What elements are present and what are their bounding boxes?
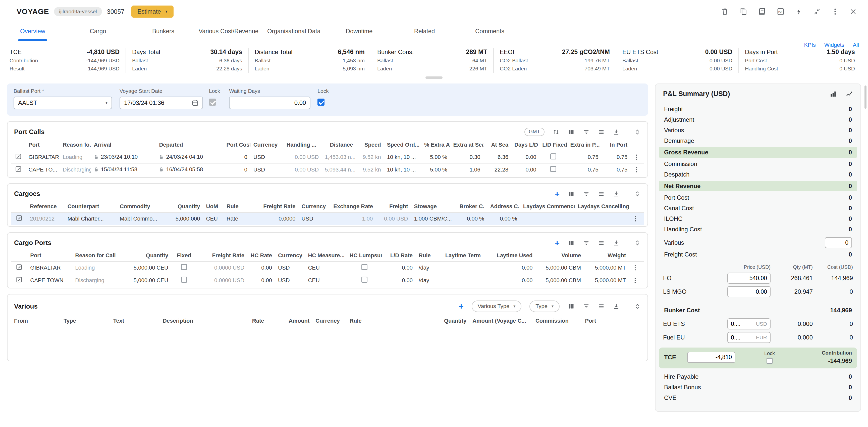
tab-cargo[interactable]: Cargo [65,23,131,41]
more-vertical-icon[interactable] [831,8,839,15]
menu-icon[interactable] [598,239,605,247]
cell-port[interactable]: CAPE TOWN [27,274,72,286]
link-kpis[interactable]: KPIs [804,42,816,48]
lock-waiting-checkbox[interactable] [317,98,324,106]
eu-ets-price-input[interactable]: USD [727,318,771,330]
edit-row-icon[interactable] [16,215,22,221]
cell-broker-commission[interactable]: 0.00 % [456,212,487,225]
cell-extra-in-port[interactable]: 0.75 [567,151,601,164]
waiting-days-input[interactable] [229,96,310,109]
cell-extra-at-sea[interactable]: 0.30 [450,151,484,164]
columns-icon[interactable] [568,303,575,310]
cell-laytime-term[interactable] [442,274,491,286]
download-icon[interactable] [613,190,620,197]
row-menu-icon[interactable] [632,277,641,284]
add-various-icon[interactable]: + [459,303,464,310]
cell-reason[interactable]: Discharging [72,274,122,286]
close-icon[interactable] [849,8,857,15]
cell-departed[interactable]: 24/03/24 04:10 [156,151,223,164]
various-type-filter[interactable]: Various Type▾ [472,301,521,312]
port-call-row[interactable]: CAPE TO... Discharging 15/04/24 11:58 16… [11,164,644,176]
edit-row-icon[interactable] [15,166,22,172]
fo-price-input[interactable] [727,273,771,284]
cell-extra-at-sea-pct[interactable]: 5.00 % [421,164,450,176]
link-widgets[interactable]: Widgets [824,42,844,48]
filter-icon[interactable] [583,129,590,136]
cell-commodity[interactable]: Mabl Commo... [117,212,167,225]
tce-input[interactable] [687,352,735,363]
tab-downtime[interactable]: Downtime [327,23,392,41]
row-menu-icon[interactable] [633,167,641,173]
edit-row-icon[interactable] [16,264,22,271]
cell-port-cost[interactable]: 0 [223,151,250,164]
cell-reason[interactable]: Discharging [60,164,91,176]
row-menu-icon[interactable] [633,154,641,161]
calendar-icon[interactable] [192,99,198,106]
add-cargo-port-icon[interactable]: + [555,239,560,247]
lsmgo-price-input[interactable] [727,286,771,297]
hc-lumpsum-checkbox[interactable] [362,264,367,270]
tab-related[interactable]: Related [392,23,457,41]
copy-icon[interactable] [739,7,747,16]
journal-icon[interactable] [758,7,766,16]
cell-ld-rate[interactable]: 0.00 [382,261,416,274]
cell-hc-rate[interactable]: 0.00 [247,274,275,286]
voyage-start-input[interactable] [120,96,203,109]
sort-icon[interactable] [553,129,560,136]
hc-lumpsum-checkbox[interactable] [362,277,367,283]
cell-port[interactable]: GIBRALTAR [26,151,60,164]
menu-icon[interactable] [598,303,605,310]
cell-departed[interactable]: 16/04/24 05:58 [156,164,223,176]
delete-icon[interactable] [721,7,729,16]
expand-icon[interactable] [634,190,641,197]
cell-port[interactable]: GIBRALTAR [27,261,72,274]
edit-row-icon[interactable] [15,153,22,160]
cell-reason[interactable]: Loading [72,261,122,274]
filter-icon[interactable] [583,190,590,197]
cell-uom[interactable]: CEU [203,212,223,225]
cell-ld-rate[interactable]: 0.00 [382,274,416,286]
cell-arrival[interactable]: 23/03/24 10:10 [91,151,156,164]
tab-overview[interactable]: Overview [0,23,65,41]
tab-comments[interactable]: Comments [457,23,522,41]
cell-currency[interactable]: USD [299,212,331,225]
cell-currency[interactable]: USD [250,151,284,164]
cell-reason[interactable]: Loading [60,151,91,164]
waiting-days-value[interactable] [234,99,306,106]
ld-fixed-checkbox[interactable] [550,153,556,160]
fuel-eu-price-input[interactable]: EUR [727,332,771,343]
fixed-checkbox[interactable] [181,264,187,270]
pnl-various-input[interactable] [825,237,852,248]
cargo-port-row[interactable]: CAPE TOWN Discharging 5,000.00 CEU 0.000… [11,274,644,286]
automation-icon[interactable] [795,8,803,15]
download-icon[interactable] [613,129,620,136]
cell-laydays-cancelling[interactable] [575,212,629,225]
filter-icon[interactable] [583,303,590,310]
kpi-drag-handle[interactable] [426,77,442,79]
cell-address-commission[interactable]: 0.00 % [487,212,520,225]
port-call-row[interactable]: GIBRALTAR Loading 23/03/24 10:10 24/03/2… [11,151,644,164]
lock-start-checkbox[interactable] [209,98,216,106]
pdf-export-icon[interactable] [777,7,785,16]
cargo-row[interactable]: 20190212 Mabl Charter... Mabl Commo... 5… [11,212,644,225]
link-all[interactable]: All [853,42,859,48]
cell-days-ld[interactable]: 0.00 [512,151,539,164]
row-menu-icon[interactable] [632,264,641,271]
cell-days-ld[interactable]: 0.00 [512,164,539,176]
cell-quantity[interactable]: 5,000.00 CEU [122,261,171,274]
type-filter[interactable]: Type▾ [529,301,560,312]
cell-extra-in-port[interactable]: 0.75 [567,164,601,176]
row-menu-icon[interactable] [632,216,641,222]
expand-icon[interactable] [634,239,641,247]
cell-laytime-used[interactable]: 0.00 [491,261,535,274]
cell-extra-at-sea-pct[interactable]: 5.00 % [421,151,450,164]
cell-laydays-commence[interactable] [520,212,575,225]
cell-hc-measure[interactable]: CEU [305,261,346,274]
menu-icon[interactable] [598,190,605,197]
tab-organisational-data[interactable]: Organisational Data [261,23,327,41]
download-icon[interactable] [613,303,620,310]
bar-chart-icon[interactable] [829,90,837,98]
cell-speed-ordered[interactable]: 10 kn, 10 ... [384,164,421,176]
cell-stowage[interactable]: 1.000 CBM/C... [411,212,456,225]
columns-icon[interactable] [568,129,575,136]
